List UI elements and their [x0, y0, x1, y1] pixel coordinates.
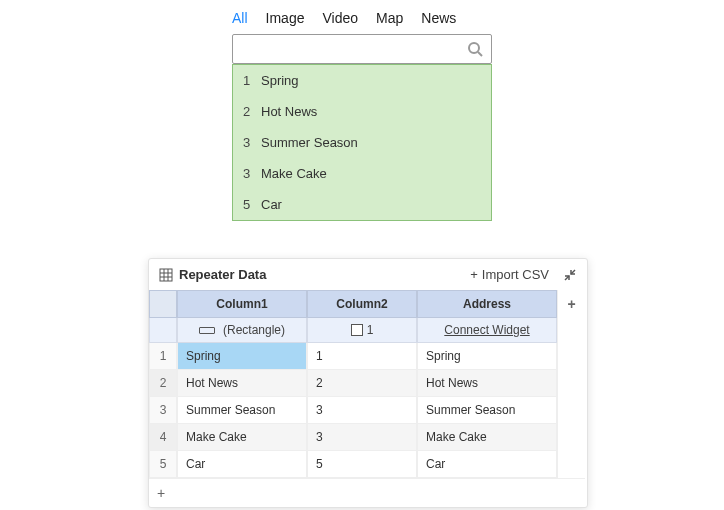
svg-line-1	[478, 52, 482, 56]
search-input[interactable]	[233, 42, 465, 57]
cell[interactable]: Summer Season	[417, 397, 557, 424]
suggestion-label: Make Cake	[261, 166, 327, 181]
row-spacer	[557, 343, 585, 370]
row-number[interactable]: 2	[149, 370, 177, 397]
import-csv-button[interactable]: + Import CSV	[470, 267, 549, 282]
cell[interactable]: 3	[307, 424, 417, 451]
suggestion-item[interactable]: 5 Car	[233, 189, 491, 220]
filter-tabs: All Image Video Map News	[232, 0, 724, 34]
suggestion-item[interactable]: 3 Summer Season	[233, 127, 491, 158]
column-header-1[interactable]: Column1	[177, 290, 307, 318]
cell[interactable]: Car	[417, 451, 557, 478]
rectangle-icon	[199, 327, 215, 334]
cell[interactable]: 5	[307, 451, 417, 478]
cell[interactable]: 3	[307, 397, 417, 424]
search-box	[232, 34, 492, 64]
column-header-3[interactable]: Address	[417, 290, 557, 318]
cell[interactable]: Hot News	[417, 370, 557, 397]
footer-spacer	[557, 478, 585, 507]
repeater-data-panel: Repeater Data + Import CSV Column1 Colum…	[148, 258, 588, 508]
table-icon	[159, 268, 173, 282]
tab-map[interactable]: Map	[376, 10, 403, 26]
row-number[interactable]: 3	[149, 397, 177, 424]
connect-widget-link[interactable]: Connect Widget	[417, 318, 557, 343]
data-grid: Column1 Column2 Address + (Rectangle) 1 …	[149, 290, 587, 507]
checkbox-icon	[351, 324, 363, 336]
suggestion-index: 2	[243, 104, 261, 119]
panel-title: Repeater Data	[179, 267, 266, 282]
column-type-1[interactable]: (Rectangle)	[177, 318, 307, 343]
suggestion-index: 5	[243, 197, 261, 212]
suggestion-item[interactable]: 3 Make Cake	[233, 158, 491, 189]
suggestion-label: Summer Season	[261, 135, 358, 150]
search-icon[interactable]	[465, 39, 485, 59]
column-type-2[interactable]: 1	[307, 318, 417, 343]
svg-point-0	[469, 43, 479, 53]
suggestion-index: 3	[243, 166, 261, 181]
cell[interactable]: Summer Season	[177, 397, 307, 424]
import-csv-label: Import CSV	[482, 267, 549, 282]
column-type-1-label: (Rectangle)	[223, 323, 285, 337]
cell[interactable]: Make Cake	[177, 424, 307, 451]
suggestion-item[interactable]: 1 Spring	[233, 65, 491, 96]
plus-icon: +	[470, 267, 478, 282]
suggestion-label: Car	[261, 197, 282, 212]
column-header-2[interactable]: Column2	[307, 290, 417, 318]
subrow-spacer	[557, 318, 585, 343]
suggestion-index: 3	[243, 135, 261, 150]
subrow-corner	[149, 318, 177, 343]
row-number[interactable]: 1	[149, 343, 177, 370]
collapse-icon[interactable]	[563, 268, 577, 282]
tab-news[interactable]: News	[421, 10, 456, 26]
row-spacer	[557, 424, 585, 451]
cell[interactable]: Hot News	[177, 370, 307, 397]
cell[interactable]: Spring	[177, 343, 307, 370]
suggestion-label: Hot News	[261, 104, 317, 119]
row-spacer	[557, 451, 585, 478]
row-number[interactable]: 4	[149, 424, 177, 451]
svg-rect-2	[160, 269, 172, 281]
panel-header: Repeater Data + Import CSV	[149, 259, 587, 290]
tab-all[interactable]: All	[232, 10, 248, 26]
tab-video[interactable]: Video	[322, 10, 358, 26]
cell[interactable]: Make Cake	[417, 424, 557, 451]
column-type-2-label: 1	[367, 323, 374, 337]
cell[interactable]: Car	[177, 451, 307, 478]
cell[interactable]: Spring	[417, 343, 557, 370]
suggestion-item[interactable]: 2 Hot News	[233, 96, 491, 127]
cell[interactable]: 2	[307, 370, 417, 397]
add-row-button[interactable]: +	[149, 478, 557, 507]
tab-image[interactable]: Image	[266, 10, 305, 26]
header-corner	[149, 290, 177, 318]
suggestion-list: 1 Spring 2 Hot News 3 Summer Season 3 Ma…	[232, 64, 492, 221]
suggestion-index: 1	[243, 73, 261, 88]
cell[interactable]: 1	[307, 343, 417, 370]
row-spacer	[557, 397, 585, 424]
row-spacer	[557, 370, 585, 397]
suggestion-label: Spring	[261, 73, 299, 88]
row-number[interactable]: 5	[149, 451, 177, 478]
add-column-button[interactable]: +	[557, 290, 585, 318]
